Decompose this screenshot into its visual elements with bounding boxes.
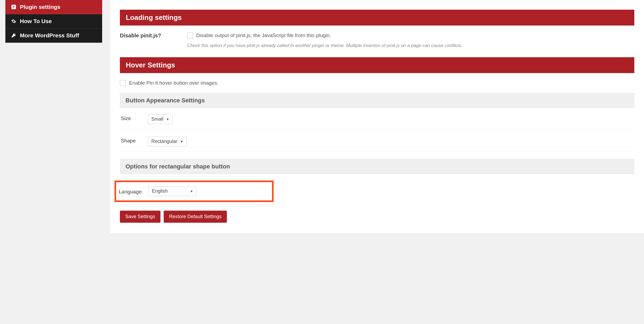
size-select-value: Small [151, 116, 163, 122]
pinterest-icon: P [11, 4, 17, 10]
shape-select-value: Rectangular [151, 139, 177, 144]
disable-pinit-help: Check this option if you have pinit.js a… [187, 42, 634, 49]
chevron-down-icon: ▼ [180, 140, 183, 143]
appearance-subheading: Button Appearance Settings [120, 93, 634, 108]
language-highlight-box: Language: English ▼ [115, 181, 274, 202]
key-icon [11, 33, 17, 38]
section-hover-title: Hover Settings [120, 57, 634, 73]
save-settings-button[interactable]: Save Settings [120, 211, 160, 223]
divider [120, 129, 634, 129]
sidebar-item-label: More WordPress Stuff [20, 32, 79, 39]
disable-pinit-checkbox-label: Disable output of pinit.js, the JavaScri… [196, 33, 331, 38]
svg-text:P: P [13, 5, 15, 9]
chevron-down-icon: ▼ [166, 117, 169, 121]
sidebar-item-plugin-settings[interactable]: P Plugin settings [5, 0, 102, 14]
restore-defaults-button[interactable]: Restore Default Settings [164, 211, 227, 223]
enable-hover-checkbox[interactable] [120, 80, 126, 86]
shape-label: Shape [121, 137, 148, 144]
language-select-value: English [152, 188, 168, 194]
main-panel: Loading settings Disable pinit.js? Disab… [110, 0, 644, 233]
size-select[interactable]: Small ▼ [148, 114, 173, 124]
divider [120, 151, 634, 152]
sidebar: P Plugin settings How To Use More WordPr… [5, 0, 102, 43]
sidebar-item-how-to-use[interactable]: How To Use [5, 14, 102, 28]
language-select[interactable]: English ▼ [148, 186, 197, 196]
sidebar-item-more-wordpress[interactable]: More WordPress Stuff [5, 28, 102, 43]
gear-icon [11, 18, 17, 24]
chevron-down-icon: ▼ [190, 189, 193, 193]
sidebar-item-label: Plugin settings [20, 4, 60, 10]
shape-select[interactable]: Rectangular ▼ [148, 137, 187, 146]
section-loading-title: Loading settings [120, 10, 634, 26]
language-label: Language: [119, 188, 148, 195]
disable-pinit-label: Disable pinit.js? [120, 33, 187, 39]
disable-pinit-checkbox[interactable] [187, 33, 193, 38]
sidebar-item-label: How To Use [20, 18, 52, 24]
size-label: Size [121, 114, 148, 121]
rect-options-subheading: Options for rectangular shape button [120, 159, 634, 174]
enable-hover-checkbox-label: Enable Pin It hover button over images. [129, 80, 219, 86]
